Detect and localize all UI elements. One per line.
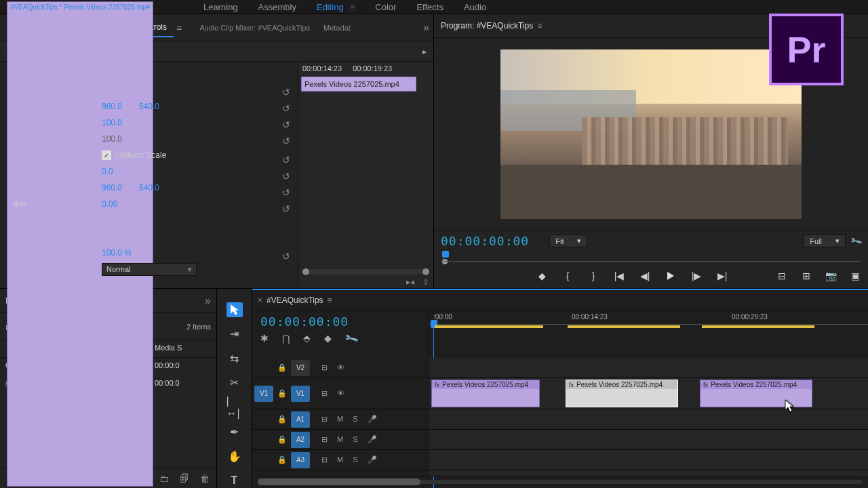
tab-audio-mixer[interactable]: Audio Clip Mixer: #VEAQuickTips [193, 20, 317, 36]
overflow-icon[interactable]: » [423, 22, 429, 34]
timeline-clip[interactable]: fxPexels Videos 2257025.mp4 [431, 380, 540, 407]
sync-lock-icon[interactable]: ⊟ [321, 415, 328, 424]
export-icon[interactable]: ⇪ [422, 277, 429, 287]
razor-tool[interactable]: ✂ [226, 375, 243, 390]
folder-icon[interactable]: 🗀 [159, 473, 169, 484]
play-icon[interactable]: ▸ [422, 47, 427, 56]
marker-add-icon[interactable]: ◆ [324, 333, 332, 344]
timeline-timecode[interactable]: 00:00:00:00 [260, 314, 420, 329]
play-button[interactable] [665, 270, 677, 282]
new-item-icon[interactable]: 🗐 [180, 473, 189, 484]
lift-icon[interactable]: ⊟ [776, 270, 788, 282]
position-x[interactable]: 960.0 [102, 102, 139, 111]
track-target-a3[interactable]: A3 [291, 452, 310, 468]
step-back-icon[interactable]: ◀| [639, 270, 651, 282]
compare-icon[interactable]: ▣ [849, 270, 861, 282]
loop-icon[interactable]: ▸◂ [406, 277, 414, 287]
track-target-v2[interactable]: V2 [291, 360, 310, 376]
track-select-tool[interactable]: ⇥ [226, 327, 243, 342]
eye-icon[interactable]: 👁 [337, 389, 344, 398]
source-patch-v1[interactable]: V1 [254, 386, 273, 402]
slip-tool[interactable]: |↔| [226, 399, 243, 415]
reset-icon[interactable]: ↺ [280, 203, 292, 215]
panel-menu-icon[interactable]: ≡ [328, 296, 332, 305]
snapshot-icon[interactable]: 📷 [825, 270, 837, 282]
program-ruler[interactable] [441, 251, 861, 266]
mute-button[interactable]: M [337, 435, 343, 444]
mute-button[interactable]: M [337, 455, 343, 464]
reset-icon[interactable]: ↺ [280, 186, 292, 199]
eye-icon[interactable]: 👁 [337, 363, 344, 372]
uniform-scale-checkbox[interactable]: ✓ [102, 150, 111, 160]
quality-select[interactable]: Full▾ [804, 235, 846, 247]
reset-icon[interactable]: ↺ [280, 102, 292, 115]
reset-icon[interactable]: ↺ [280, 86, 292, 98]
timeline-ruler[interactable]: :00:00 00:00:14:23 00:00:29:23 [429, 310, 868, 358]
ripple-tool[interactable]: ⇆ [226, 350, 243, 365]
zoom-select[interactable]: Fit▾ [549, 235, 587, 247]
workspace-menu-icon[interactable]: ≡ [350, 3, 355, 12]
step-fwd-icon[interactable]: |▶ [690, 270, 703, 282]
workspace-effects[interactable]: Effects [416, 2, 443, 12]
snap-icon[interactable]: ✱ [260, 333, 269, 344]
marker-icon[interactable]: ◆ [536, 270, 548, 282]
track-target-v1[interactable]: V1 [291, 386, 310, 402]
timeline-clip[interactable]: fxPexels Videos 2257025.mp4 [700, 380, 812, 407]
goto-in-icon[interactable]: |◀ [613, 270, 625, 282]
overflow-icon[interactable]: » [205, 295, 211, 307]
close-tab-icon[interactable]: × [258, 296, 262, 305]
anchor-x[interactable]: 960.0 [102, 183, 139, 192]
blend-mode-select[interactable]: Normal▾ [102, 263, 197, 276]
tab-metadata[interactable]: Metadat [317, 20, 357, 36]
workspace-audio[interactable]: Audio [464, 2, 486, 12]
pen-tool[interactable]: ✒ [226, 425, 243, 440]
reset-icon[interactable]: ↺ [280, 135, 292, 147]
out-point-icon[interactable]: } [587, 270, 599, 282]
scale[interactable]: 100.0 [102, 118, 139, 127]
mic-icon[interactable]: 🎤 [368, 415, 377, 424]
settings-icon[interactable]: 🔧 [850, 235, 863, 248]
timeline-zoom-slider[interactable] [258, 476, 863, 488]
in-point-icon[interactable]: { [561, 270, 574, 282]
extract-icon[interactable]: ⊞ [800, 270, 812, 282]
sync-lock-icon[interactable]: ⊟ [321, 363, 328, 372]
program-title[interactable]: Program: #VEAQuickTips [441, 21, 533, 30]
anti-flicker[interactable]: 0.00 [102, 199, 139, 209]
effect-zoom-slider[interactable] [302, 269, 429, 274]
mic-icon[interactable]: 🎤 [368, 455, 377, 464]
lock-icon[interactable]: 🔒 [275, 363, 289, 372]
workspace-editing[interactable]: Editing [317, 2, 344, 12]
sequence-name[interactable]: #VEAQuickTips [267, 296, 323, 305]
workspace-color[interactable]: Color [375, 2, 396, 12]
reset-icon[interactable]: ↺ [280, 250, 292, 262]
linked-sel-icon[interactable]: ⋂ [282, 333, 290, 344]
lock-icon[interactable]: 🔒 [275, 435, 289, 444]
selection-tool[interactable] [226, 302, 243, 317]
trash-icon[interactable]: 🗑 [200, 473, 210, 484]
hand-tool[interactable]: ✋ [226, 449, 243, 464]
settings-icon[interactable]: 🔧 [343, 331, 359, 346]
timeline-clip-selected[interactable]: fxPexels Videos 2257025.mp4 [566, 380, 678, 407]
rotation[interactable]: 0.0 [102, 167, 139, 176]
timeline-content[interactable]: fxPexels Videos 2257025.mp4 fxPexels Vid… [429, 358, 868, 476]
reset-icon[interactable]: ↺ [280, 154, 292, 166]
reset-icon[interactable]: ↺ [280, 170, 292, 182]
sync-lock-icon[interactable]: ⊟ [321, 455, 328, 464]
opacity[interactable]: 100.0 % [102, 248, 139, 258]
type-tool[interactable]: T [226, 473, 243, 488]
lock-icon[interactable]: 🔒 [275, 455, 289, 464]
anchor-y[interactable]: 540.0 [139, 183, 176, 192]
program-video[interactable] [500, 49, 802, 219]
track-target-a2[interactable]: A2 [291, 432, 310, 448]
marker-tool-icon[interactable]: ⬘ [303, 333, 311, 344]
position-y[interactable]: 540.0 [139, 102, 176, 111]
solo-button[interactable]: S [353, 415, 357, 424]
sync-lock-icon[interactable]: ⊟ [321, 389, 328, 398]
goto-out-icon[interactable]: ▶| [716, 270, 728, 282]
solo-button[interactable]: S [353, 455, 357, 464]
sync-lock-icon[interactable]: ⊟ [321, 435, 328, 444]
mute-button[interactable]: M [337, 415, 343, 424]
lock-icon[interactable]: 🔒 [275, 389, 289, 398]
mic-icon[interactable]: 🎤 [368, 435, 377, 444]
track-target-a1[interactable]: A1 [291, 411, 310, 428]
